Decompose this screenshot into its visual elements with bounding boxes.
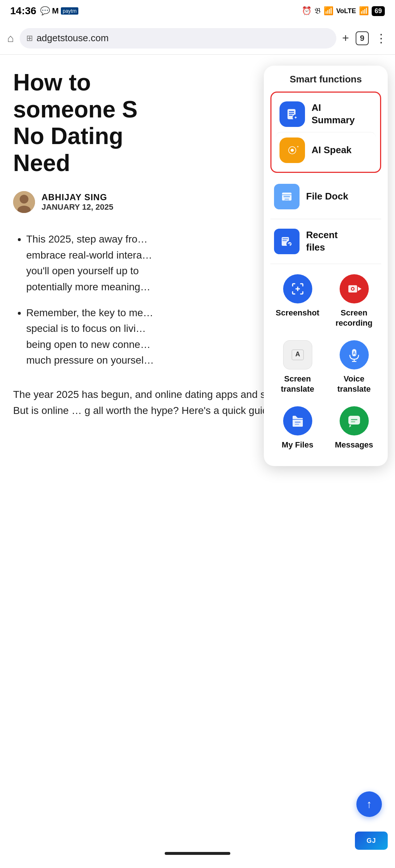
author-date: JANUARY 12, 2025 xyxy=(42,202,113,212)
screen-translate-icon: A xyxy=(283,340,312,369)
svg-marker-22 xyxy=(358,287,361,291)
svg-text:✦: ✦ xyxy=(294,116,297,120)
svg-point-1 xyxy=(20,195,28,204)
ai-speak-item[interactable]: ✦ AI Speak xyxy=(276,132,376,168)
browser-home-button[interactable]: ⌂ xyxy=(7,32,14,44)
status-left-icons: 💬 M paytm xyxy=(40,6,78,16)
url-text: adgetstouse.com xyxy=(36,32,109,44)
voice-translate-icon: A xyxy=(340,340,369,369)
status-left: 14:36 💬 M paytm xyxy=(10,5,78,17)
messages-item[interactable]: Messages xyxy=(328,403,380,454)
scroll-up-icon: ↑ xyxy=(367,798,372,810)
panel-title: Smart functions xyxy=(270,74,381,85)
status-bar: 14:36 💬 M paytm ⏰ 𝔅 📶 VoLTE 📶 69 xyxy=(0,0,395,22)
bluetooth-icon: 𝔅 xyxy=(314,6,321,16)
new-tab-button[interactable]: + xyxy=(342,31,349,45)
svg-rect-35 xyxy=(351,421,355,422)
svg-rect-14 xyxy=(283,196,290,197)
bottom-bar xyxy=(0,839,395,868)
my-files-item[interactable]: My Files xyxy=(272,403,323,454)
highlighted-section: ✦ AISummary ✦ AI Speak xyxy=(270,92,381,173)
signal-icon: 📶 xyxy=(359,6,369,16)
ai-speak-icon: ✦ xyxy=(279,137,305,163)
ai-summary-icon: ✦ xyxy=(279,101,305,127)
recent-files-item[interactable]: Recentfiles xyxy=(270,223,381,260)
screenshot-icon xyxy=(283,274,312,303)
message-icon: 💬 xyxy=(40,6,50,16)
svg-text:A: A xyxy=(352,350,356,356)
svg-rect-34 xyxy=(351,419,357,420)
battery-indicator: 69 xyxy=(372,6,385,16)
author-name: ABHIJAY SING xyxy=(42,192,113,202)
svg-rect-17 xyxy=(282,240,287,241)
status-right: ⏰ 𝔅 📶 VoLTE 📶 69 xyxy=(302,6,385,16)
alarm-icon: ⏰ xyxy=(302,6,312,16)
watermark: GJ xyxy=(355,832,388,850)
svg-rect-31 xyxy=(295,422,301,423)
recent-files-icon xyxy=(274,229,300,254)
messages-label: Messages xyxy=(335,440,373,450)
ai-speak-label: AI Speak xyxy=(312,144,352,156)
svg-point-11 xyxy=(291,149,294,152)
voice-translate-label: Voice translate xyxy=(331,374,378,394)
scroll-up-button[interactable]: ↑ xyxy=(356,791,382,817)
url-bar[interactable]: ⊞ adgetstouse.com xyxy=(20,28,336,49)
wifi-icon: 📶 xyxy=(324,6,333,16)
svg-text:✦: ✦ xyxy=(297,145,299,148)
gmail-icon: M xyxy=(52,6,59,16)
watermark-text: GJ xyxy=(367,837,376,845)
voice-translate-item[interactable]: A Voice translate xyxy=(328,337,380,398)
svg-rect-32 xyxy=(295,424,299,425)
author-info: ABHIJAY SING JANUARY 12, 2025 xyxy=(42,192,113,212)
ai-summary-label: AISummary xyxy=(312,102,355,127)
ai-summary-item[interactable]: ✦ AISummary xyxy=(276,96,376,132)
browser-bar: ⌂ ⊞ adgetstouse.com + 9 ⋮ xyxy=(0,22,395,55)
author-avatar xyxy=(13,191,35,213)
paytm-icon: paytm xyxy=(61,7,78,15)
screenshot-label: Screenshot xyxy=(276,308,320,318)
screen-recording-label: Screen recording xyxy=(331,308,378,328)
svg-text:A: A xyxy=(295,350,300,358)
more-options-button[interactable]: ⋮ xyxy=(375,31,388,45)
file-dock-icon xyxy=(274,184,300,209)
home-indicator[interactable] xyxy=(165,852,230,855)
recent-files-label: Recentfiles xyxy=(306,229,338,254)
separator xyxy=(270,219,381,219)
smart-functions-panel: Smart functions ✦ AISummary xyxy=(264,66,388,466)
svg-point-24 xyxy=(352,288,353,290)
status-time: 14:36 xyxy=(10,5,36,17)
screen-translate-item[interactable]: A Screen translate xyxy=(272,337,323,398)
screen-recording-item[interactable]: Screen recording xyxy=(328,271,380,332)
panel-grid: Screenshot Screen recording A xyxy=(270,268,381,457)
file-dock-item[interactable]: File Dock xyxy=(270,178,381,215)
my-files-icon xyxy=(283,406,312,435)
separator2 xyxy=(270,264,381,264)
volte-icon: VoLTE xyxy=(336,7,356,15)
screen-recording-icon xyxy=(340,274,369,303)
svg-rect-16 xyxy=(282,238,288,239)
screen-translate-label: Screen translate xyxy=(274,374,321,394)
screenshot-item[interactable]: Screenshot xyxy=(272,271,323,332)
messages-icon xyxy=(340,406,369,435)
tabs-count-button[interactable]: 9 xyxy=(356,31,369,45)
url-site-icon: ⊞ xyxy=(26,34,33,43)
file-dock-label: File Dock xyxy=(306,190,348,203)
my-files-label: My Files xyxy=(282,440,313,450)
browser-actions: + 9 ⋮ xyxy=(342,31,388,45)
